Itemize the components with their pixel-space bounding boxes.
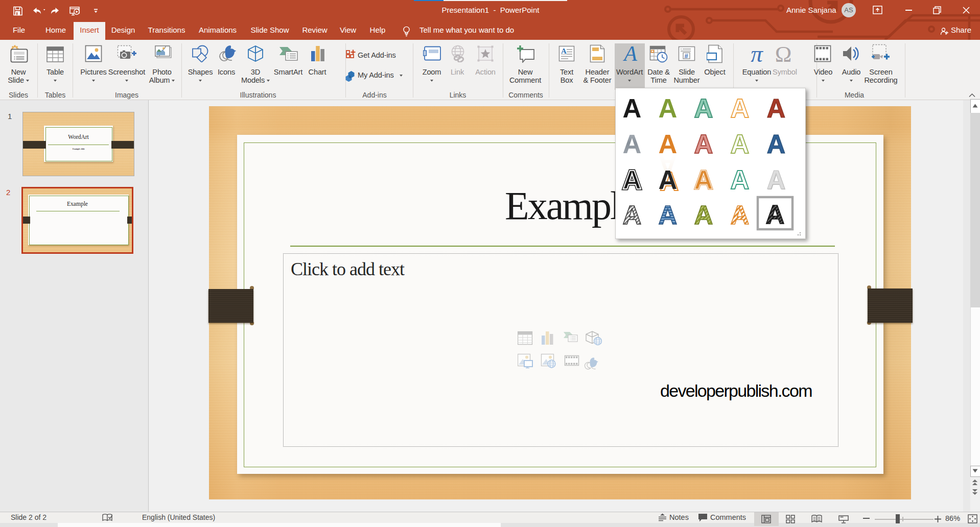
svg-text:A: A [623,94,642,123]
svg-text:A: A [694,201,713,230]
svg-text:A: A [561,47,567,55]
svg-text:A: A [623,130,642,159]
svg-text:A: A [767,165,786,195]
svg-text:A: A [731,130,750,159]
svg-text:#: # [685,52,689,60]
svg-text:A: A [731,165,750,195]
svg-text:A: A [767,94,786,123]
svg-text:A: A [767,130,786,159]
svg-text:A: A [659,201,678,230]
svg-text:A: A [694,130,713,159]
svg-text:A: A [623,165,642,195]
svg-text:A: A [766,200,785,229]
svg-text:A: A [694,94,713,123]
svg-text:A: A [659,165,678,195]
svg-text:A: A [659,94,678,123]
svg-text:A: A [731,201,750,230]
svg-text:A: A [623,201,642,230]
svg-text:A: A [731,94,750,123]
svg-text:A: A [694,165,713,195]
